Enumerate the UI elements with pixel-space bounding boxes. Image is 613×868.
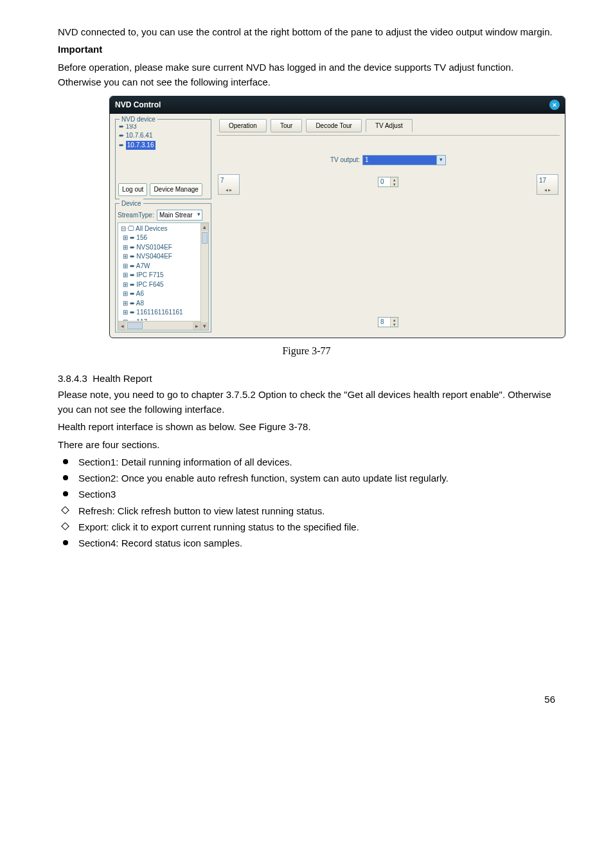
list-item: Refresh: Click refresh button to view la…	[62, 503, 555, 518]
device-row[interactable]: ➨ 10.7.6.41	[118, 131, 209, 141]
tv-output-label: TV output:	[330, 155, 360, 165]
section-heading: 3.8.4.3 Health Report	[58, 371, 555, 386]
bullet-dot-icon	[63, 491, 68, 496]
tab-decode-tour[interactable]: Decode Tour	[306, 119, 362, 133]
arrow-right-icon[interactable]: ▸	[229, 186, 232, 194]
tab-bar: Operation Tour Decode Tour TV Adjust	[217, 119, 560, 133]
tab-operation[interactable]: Operation	[219, 119, 267, 133]
tab-tv-adjust[interactable]: TV Adjust	[366, 119, 413, 133]
scroll-left-icon[interactable]: ◂	[118, 321, 126, 330]
tab-tour[interactable]: Tour	[271, 119, 302, 133]
device-group: Device StreamType: Main Strear ⊟ 🖵 All D…	[115, 203, 211, 332]
arrow-right-icon[interactable]: ▸	[548, 186, 551, 194]
device-row[interactable]: ➨ 10.7.3.16	[118, 141, 209, 150]
scroll-right-icon[interactable]: ▸	[193, 321, 200, 330]
tree-vertical-scrollbar[interactable]: ▴ ▾	[200, 223, 208, 330]
streamtype-select[interactable]: Main Strear	[157, 210, 202, 221]
list-item: Section4: Record status icon samples.	[62, 536, 555, 550]
important-label: Important	[58, 42, 555, 57]
tv-adjust-panel: TV output: 1 ▾ 0 ▴▾ 7 ◂	[217, 135, 560, 332]
section-para-2: Health report interface is shown as belo…	[58, 419, 555, 434]
bullet-diamond-icon	[61, 506, 69, 514]
page-number: 56	[58, 692, 555, 707]
device-legend: Device	[120, 199, 143, 209]
list-item: Export: click it to export current runni…	[62, 520, 555, 534]
tv-output-select[interactable]: 1 ▾	[362, 155, 446, 165]
section-para-1: Please note, you need to go to chapter 3…	[58, 387, 555, 417]
figure-caption: Figure 3-77	[58, 343, 555, 359]
nvd-control-window: NVD Control × NVD device ➨ 193 ➨ 10.7.6.…	[109, 96, 565, 338]
bullet-dot-icon	[63, 540, 68, 545]
right-panel: Operation Tour Decode Tour TV Adjust TV …	[217, 119, 560, 332]
spin-down-icon[interactable]: ▾	[391, 182, 398, 186]
nvd-device-legend: NVD device	[120, 114, 157, 125]
streamtype-label: StreamType:	[118, 212, 154, 219]
tree-horizontal-scrollbar[interactable]: ◂ ▸	[118, 321, 200, 330]
close-icon[interactable]: ×	[549, 100, 560, 110]
scroll-up-icon[interactable]: ▴	[201, 223, 208, 231]
arrow-left-icon[interactable]: ◂	[544, 186, 547, 194]
intro-paragraph-1: NVD connected to, you can use the contro…	[58, 24, 555, 39]
device-manage-button[interactable]: Device Manage	[150, 183, 202, 196]
left-margin-box[interactable]: 7 ◂▸	[218, 174, 240, 195]
spin-up-icon[interactable]: ▴	[391, 318, 398, 322]
logout-button[interactable]: Log out	[118, 183, 147, 196]
right-margin-box[interactable]: 17 ◂▸	[537, 174, 558, 195]
screenshot-wrapper: NVD Control × NVD device ➨ 193 ➨ 10.7.6.…	[109, 96, 555, 338]
bullet-diamond-icon	[61, 522, 69, 530]
window-title: NVD Control	[115, 99, 161, 111]
top-margin-spinner[interactable]: 0 ▴▾	[378, 177, 398, 187]
list-item: Section1: Detail running information of …	[62, 455, 555, 469]
left-panel: NVD device ➨ 193 ➨ 10.7.6.41 ➨ 10.7.3.16…	[115, 119, 211, 332]
nvd-device-group: NVD device ➨ 193 ➨ 10.7.6.41 ➨ 10.7.3.16…	[115, 119, 211, 199]
arrow-left-icon[interactable]: ◂	[226, 186, 228, 194]
spin-down-icon[interactable]: ▾	[391, 322, 398, 327]
bullet-dot-icon	[63, 475, 68, 480]
bullet-dot-icon	[63, 459, 68, 464]
list-item: Section3	[62, 487, 555, 502]
bullet-list: Section1: Detail running information of …	[58, 455, 555, 551]
list-item: Section2: Once you enable auto refresh f…	[62, 471, 555, 485]
spin-up-icon[interactable]: ▴	[391, 177, 398, 182]
scroll-down-icon[interactable]: ▾	[201, 322, 208, 330]
bottom-margin-spinner[interactable]: 8 ▴▾	[378, 317, 398, 327]
device-tree[interactable]: ⊟ 🖵 All Devices ⊞ ➨ 156 ⊞ ➨ NVS0104EF ⊞ …	[118, 222, 209, 330]
window-titlebar: NVD Control ×	[110, 96, 565, 114]
intro-paragraph-2: Before operation, please make sure curre…	[58, 60, 555, 90]
chevron-down-icon[interactable]: ▾	[436, 156, 445, 165]
section-para-3: There are four sections.	[58, 437, 555, 452]
